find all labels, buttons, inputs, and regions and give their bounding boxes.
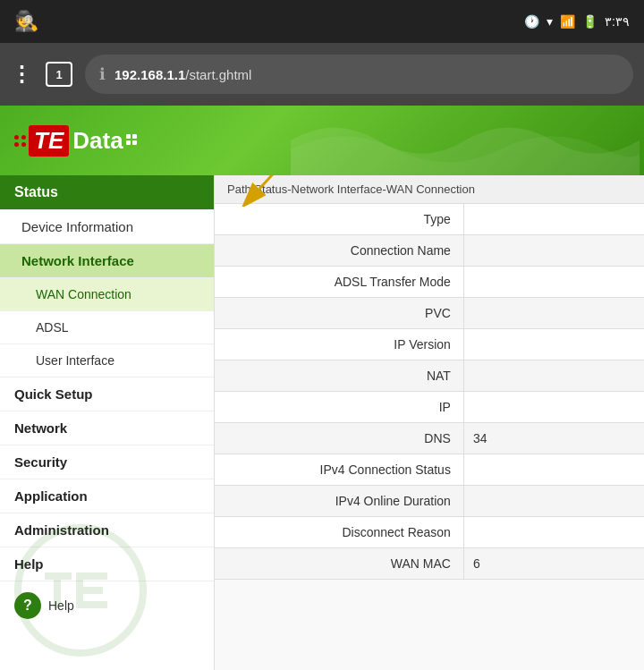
table-label-cell: ADSL Transfer Mode <box>215 267 463 298</box>
table-label-cell: IP Version <box>215 329 463 360</box>
table-row: WAN MAC6 <box>215 548 644 580</box>
sidebar-item-help[interactable]: Help <box>0 547 214 581</box>
help-circle-icon: ? <box>14 592 41 619</box>
browser-tab-badge[interactable]: 1 <box>46 62 72 87</box>
table-value-cell: 6 <box>463 548 644 580</box>
header-wave-svg <box>286 106 644 175</box>
help-label: Help <box>48 598 74 613</box>
table-value-cell <box>463 298 644 329</box>
table-row: ADSL Transfer Mode <box>215 267 644 298</box>
info-table: TypeConnection NameADSL Transfer ModePVC… <box>215 204 644 670</box>
table-value-cell <box>463 329 644 360</box>
sidebar-item-quick-setup[interactable]: Quick Setup <box>0 377 214 411</box>
sidebar-item-device-information[interactable]: Device Information <box>0 210 214 244</box>
table-row: IPv4 Online Duration <box>215 486 644 517</box>
wan-info-table: TypeConnection NameADSL Transfer ModePVC… <box>215 204 644 580</box>
battery-icon: 🔋 <box>582 14 597 29</box>
sidebar-item-security[interactable]: Security <box>0 445 214 479</box>
clock-icon: 🕐 <box>524 14 539 29</box>
table-label-cell: IPv4 Online Duration <box>215 486 463 517</box>
status-bar-right: 🕐 ▾ 📶 🔋 ٣:٣٩ <box>524 14 630 29</box>
table-label-cell: DNS <box>215 423 463 454</box>
logo-dots-right <box>126 134 137 145</box>
table-row: IP Version <box>215 329 644 360</box>
table-label-cell: Disconnect Reason <box>215 517 463 548</box>
table-value-cell <box>463 486 644 517</box>
sidebar-item-network-interface[interactable]: Network Interface <box>0 244 214 278</box>
sidebar-item-application[interactable]: Application <box>0 479 214 513</box>
table-row: IPv4 Connection Status <box>215 454 644 486</box>
sidebar-item-user-interface[interactable]: User Interface <box>0 344 214 377</box>
table-label-cell: PVC <box>215 298 463 329</box>
sidebar-item-administration[interactable]: Administration <box>0 513 214 547</box>
table-label-cell: WAN MAC <box>215 548 463 580</box>
sidebar-item-adsl[interactable]: ADSL <box>0 311 214 344</box>
table-row: NAT <box>215 360 644 392</box>
table-value-cell <box>463 517 644 548</box>
sidebar-item-status[interactable]: Status <box>0 175 214 210</box>
sidebar-item-wan-connection[interactable]: WAN Connection <box>0 278 214 311</box>
info-icon: ℹ <box>99 64 106 84</box>
browser-bar: ⋮ 1 ℹ 192.168.1.1/start.ghtml <box>0 43 644 106</box>
browser-address-bar[interactable]: ℹ 192.168.1.1/start.ghtml <box>85 55 633 94</box>
table-value-cell: 34 <box>463 423 644 454</box>
path-area: Path:Status-Network Interface-WAN Connec… <box>215 175 644 204</box>
table-row: Type <box>215 204 644 235</box>
table-value-cell <box>463 360 644 392</box>
table-row: IP <box>215 392 644 423</box>
status-bar-left: 🕵 <box>14 10 38 33</box>
table-label-cell: NAT <box>215 360 463 392</box>
main-content: Status Device Information Network Interf… <box>0 175 644 670</box>
logo-data: Data <box>72 127 123 155</box>
table-value-cell <box>463 204 644 235</box>
table-label-cell: IP <box>215 392 463 423</box>
table-row: DNS34 <box>215 423 644 454</box>
table-value-cell <box>463 392 644 423</box>
status-bar: 🕵 🕐 ▾ 📶 🔋 ٣:٣٩ <box>0 0 644 43</box>
browser-menu-icon[interactable]: ⋮ <box>11 62 33 87</box>
table-value-cell <box>463 267 644 298</box>
table-label-cell: Type <box>215 204 463 235</box>
spy-icon: 🕵 <box>14 10 38 33</box>
path-bar: Path:Status-Network Interface-WAN Connec… <box>215 175 644 204</box>
table-row: PVC <box>215 298 644 329</box>
table-value-cell <box>463 454 644 486</box>
table-label-cell: IPv4 Connection Status <box>215 454 463 486</box>
help-area[interactable]: ? Help <box>0 581 214 630</box>
logo-te: TE <box>29 125 69 157</box>
table-row: Disconnect Reason <box>215 517 644 548</box>
table-row: Connection Name <box>215 235 644 267</box>
signal-icon: 📶 <box>560 14 575 29</box>
time-display: ٣:٣٩ <box>605 14 630 29</box>
te-data-header: TE Data <box>0 106 644 175</box>
sidebar-item-network[interactable]: Network <box>0 411 214 445</box>
logo-container: TE Data <box>14 125 137 157</box>
table-value-cell <box>463 235 644 267</box>
sidebar: Status Device Information Network Interf… <box>0 175 215 670</box>
right-panel: Path:Status-Network Interface-WAN Connec… <box>215 175 644 670</box>
address-text: 192.168.1.1/start.ghtml <box>114 67 251 82</box>
logo-dots-left <box>14 135 26 147</box>
wifi-icon: ▾ <box>547 14 553 29</box>
table-label-cell: Connection Name <box>215 235 463 267</box>
